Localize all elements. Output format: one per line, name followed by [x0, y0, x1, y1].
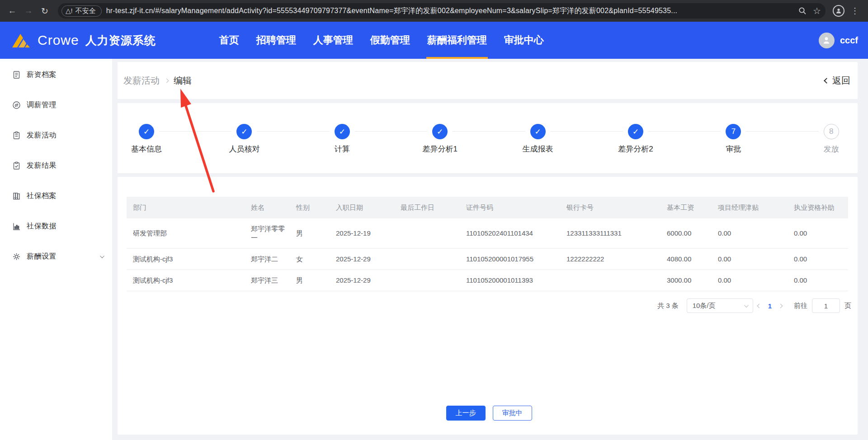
page-size-select[interactable]: 10条/页 — [687, 298, 753, 313]
table-cell: 110105200001017955 — [461, 249, 561, 270]
column-header: 姓名 — [245, 197, 291, 218]
sidebar-item-1[interactable]: 薪资档案 — [0, 60, 112, 90]
nav-item-4[interactable]: 假勤管理 — [369, 22, 411, 59]
sidebar-item-7[interactable]: 薪酬设置 — [0, 241, 112, 272]
page-size-value: 10条/页 — [693, 302, 716, 310]
browser-forward-icon[interactable]: → — [22, 4, 35, 18]
nav-item-5[interactable]: 薪酬福利管理 — [426, 22, 488, 59]
clipboard-check-icon — [12, 161, 21, 170]
step-connector — [746, 131, 818, 132]
brand-name: Crowe — [38, 33, 79, 48]
step-connector — [159, 131, 231, 132]
step-connector — [648, 131, 721, 132]
sidebar-item-4[interactable]: 发薪结果 — [0, 151, 112, 181]
prev-step-button[interactable]: 上一步 — [446, 406, 486, 421]
step-7-circle[interactable]: 7 — [726, 124, 741, 139]
table-cell: 研发管理部 — [127, 218, 245, 249]
sidebar-item-5[interactable]: 社保档案 — [0, 181, 112, 211]
goto-page-input[interactable] — [812, 298, 840, 313]
step-2-circle[interactable]: ✓ — [236, 124, 252, 139]
browser-refresh-icon[interactable]: ↻ — [38, 4, 52, 18]
security-chip[interactable]: △! 不安全 — [61, 5, 102, 17]
browser-profile-icon[interactable] — [832, 4, 845, 18]
step-5-circle[interactable]: ✓ — [530, 124, 546, 139]
table-cell: 郑宇洋零零一 — [245, 218, 291, 249]
step-8-label: 发放 — [795, 144, 868, 154]
step-2-label: 人员核对 — [208, 144, 280, 154]
table-cell: 测试机构-cjf3 — [127, 270, 245, 291]
step-3-circle[interactable]: ✓ — [335, 124, 350, 139]
table-cell: 郑宇洋二 — [245, 249, 291, 270]
table-row-1: 研发管理部郑宇洋零零一男2025-12-19110105202401101434… — [127, 218, 848, 249]
column-header: 入职日期 — [330, 197, 395, 218]
step-4-circle[interactable]: ✓ — [432, 124, 448, 139]
current-page[interactable]: 1 — [768, 302, 772, 310]
total-count: 共 3 条 — [657, 302, 679, 310]
breadcrumb-bar: 发薪活动 编辑 返回 — [118, 62, 858, 99]
table-cell — [395, 270, 461, 291]
step-connector — [355, 131, 427, 132]
table-cell — [395, 249, 461, 270]
step-7-label: 审批 — [697, 144, 769, 154]
app-title: 人力资源系统 — [85, 33, 156, 48]
step-3-label: 计算 — [306, 144, 378, 154]
step-1-label: 基本信息 — [110, 144, 183, 154]
table-cell: 0.00 — [712, 218, 788, 249]
approval-status-button[interactable]: 审批中 — [493, 406, 532, 421]
gear-icon — [12, 252, 21, 261]
nav-item-6[interactable]: 审批中心 — [503, 22, 545, 59]
crowe-logo-icon — [11, 32, 31, 48]
header-user[interactable]: cccf — [819, 33, 858, 48]
breadcrumb-separator-icon — [165, 79, 168, 82]
nav-item-2[interactable]: 招聘管理 — [255, 22, 297, 59]
chevron-down-icon — [100, 255, 103, 258]
prev-page-button[interactable] — [758, 304, 761, 308]
browser-menu-icon[interactable]: ⋮ — [848, 4, 862, 18]
clipboard-icon — [12, 131, 21, 140]
bookmark-star-icon[interactable]: ☆ — [813, 5, 821, 16]
column-header: 银行卡号 — [561, 197, 661, 218]
step-1-circle[interactable]: ✓ — [139, 124, 154, 139]
url-text[interactable]: hr-test.zjf-it.cn/#/salaryManagement/add… — [106, 6, 792, 16]
table-header-row: 部门姓名性别入职日期最后工作日证件号码银行卡号基本工资项目经理津贴执业资格补助 — [127, 197, 848, 218]
zoom-icon[interactable] — [798, 7, 807, 15]
table-cell: 0.00 — [788, 218, 848, 249]
exchange-icon — [12, 101, 21, 109]
table-row-3: 测试机构-cjf3郑宇洋三男2025-12-291101052000010113… — [127, 270, 848, 291]
main-nav: 首页招聘管理人事管理假勤管理薪酬福利管理审批中心 — [218, 22, 545, 59]
employee-table: 部门姓名性别入职日期最后工作日证件号码银行卡号基本工资项目经理津贴执业资格补助 … — [127, 197, 848, 291]
table-cell: 男 — [291, 270, 330, 291]
step-8-circle[interactable]: 8 — [824, 124, 839, 139]
table-cell: 0.00 — [712, 270, 788, 291]
table-cell: 110105200001011393 — [461, 270, 561, 291]
nav-item-1[interactable]: 首页 — [218, 22, 240, 59]
sidebar-item-label: 薪资档案 — [27, 70, 57, 80]
table-cell: 0.00 — [712, 249, 788, 270]
footer-buttons: 上一步 审批中 — [127, 406, 851, 421]
table-cell: 123311333111331 — [561, 218, 661, 249]
app-logo: Crowe 人力资源系统 — [11, 32, 156, 48]
table-cell: 测试机构-cjf3 — [127, 249, 245, 270]
step-connector — [551, 131, 623, 132]
back-button[interactable]: 返回 — [825, 75, 851, 87]
browser-chrome: ← → ↻ △! 不安全 hr-test.zjf-it.cn/#/salaryM… — [0, 0, 868, 22]
sidebar-item-label: 社保数据 — [27, 222, 57, 231]
breadcrumb-parent[interactable]: 发薪活动 — [123, 75, 160, 87]
browser-back-icon[interactable]: ← — [5, 4, 19, 18]
column-header: 执业资格补助 — [788, 197, 848, 218]
sidebar-item-2[interactable]: 调薪管理 — [0, 90, 112, 120]
table-cell — [561, 270, 661, 291]
username: cccf — [840, 35, 858, 46]
step-connector — [453, 131, 525, 132]
nav-item-3[interactable]: 人事管理 — [312, 22, 354, 59]
table-cell: 110105202401101434 — [461, 218, 561, 249]
table-row-2: 测试机构-cjf3郑宇洋二女2025-12-291101052000010179… — [127, 249, 848, 270]
table-cell: 3000.00 — [661, 270, 712, 291]
sidebar-item-3[interactable]: 发薪活动 — [0, 120, 112, 151]
next-page-button[interactable] — [779, 304, 782, 308]
breadcrumb-current: 编辑 — [174, 75, 192, 87]
sidebar-item-6[interactable]: 社保数据 — [0, 211, 112, 241]
step-connector — [257, 131, 329, 132]
step-6-circle[interactable]: ✓ — [628, 124, 643, 139]
url-bar[interactable]: △! 不安全 hr-test.zjf-it.cn/#/salaryManagem… — [58, 3, 826, 19]
